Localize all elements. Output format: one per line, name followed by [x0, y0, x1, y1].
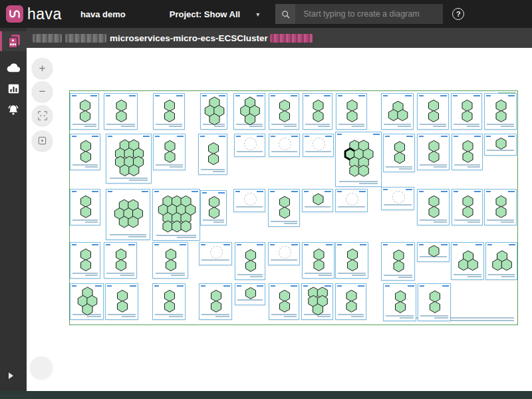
search-input[interactable]: [295, 4, 443, 24]
zoom-in-button[interactable]: +: [32, 58, 53, 78]
resource-hexagon[interactable]: [347, 100, 357, 111]
resource-hexagon[interactable]: [120, 165, 130, 176]
resource-hexagon[interactable]: [314, 259, 324, 271]
resource-hexagon[interactable]: [358, 165, 368, 176]
subnet-box[interactable]: [303, 134, 334, 157]
resource-hexagon[interactable]: [81, 151, 91, 162]
sidebar-item-diagrams[interactable]: [0, 31, 27, 51]
resource-hexagon[interactable]: [388, 110, 398, 121]
subnet-box[interactable]: [106, 134, 152, 184]
resource-hexagon[interactable]: [119, 216, 129, 227]
subnet-box[interactable]: [152, 189, 200, 241]
resource-hexagon[interactable]: [165, 100, 175, 111]
subnet-box[interactable]: [234, 134, 265, 157]
resource-hexagon[interactable]: [211, 290, 221, 301]
subnet-box[interactable]: [269, 283, 299, 320]
resource-hexagon[interactable]: [459, 259, 469, 271]
resource-hexagon[interactable]: [165, 301, 175, 312]
subnet-box[interactable]: [104, 242, 137, 279]
subnet-box[interactable]: [200, 93, 227, 130]
subnet-box[interactable]: [233, 93, 265, 130]
subnet-box[interactable]: [303, 93, 332, 130]
subnet-box[interactable]: [199, 283, 232, 320]
subnet-box[interactable]: [268, 189, 300, 227]
subnet-box[interactable]: [70, 134, 100, 170]
resource-hexagon[interactable]: [209, 196, 219, 207]
resource-hexagon[interactable]: [348, 249, 358, 260]
resource-hexagon[interactable]: [430, 291, 440, 302]
subnet-box[interactable]: [302, 242, 334, 279]
resource-hexagon[interactable]: [116, 100, 126, 111]
resource-hexagon[interactable]: [467, 259, 477, 271]
resource-hexagon[interactable]: [280, 110, 290, 122]
subnet-box[interactable]: [484, 134, 517, 156]
resource-hexagon[interactable]: [166, 259, 176, 271]
resource-hexagon[interactable]: [429, 100, 439, 111]
resource-hexagon[interactable]: [348, 259, 358, 271]
hava-logo[interactable]: hava: [6, 5, 62, 23]
subnet-box[interactable]: [301, 283, 333, 320]
subnet-box[interactable]: [485, 242, 517, 280]
resource-hexagon[interactable]: [165, 290, 175, 301]
subnet-box[interactable]: [335, 242, 368, 279]
subnet-box[interactable]: [381, 93, 414, 130]
subnet-box[interactable]: [383, 283, 416, 321]
resource-hexagon[interactable]: [496, 196, 506, 207]
subnet-box[interactable]: [70, 93, 99, 130]
resource-hexagon[interactable]: [430, 301, 440, 313]
subnet-box[interactable]: [417, 134, 450, 170]
resource-hexagon[interactable]: [496, 138, 506, 149]
resource-hexagon[interactable]: [209, 114, 219, 125]
resource-hexagon[interactable]: [350, 165, 360, 176]
resource-hexagon[interactable]: [81, 206, 91, 217]
subnet-box[interactable]: [417, 242, 450, 262]
resource-hexagon[interactable]: [280, 290, 290, 301]
help-icon[interactable]: ?: [452, 8, 464, 20]
resource-hexagon[interactable]: [429, 140, 439, 152]
resource-hexagon[interactable]: [429, 206, 439, 217]
resource-hexagon[interactable]: [313, 100, 323, 111]
resource-hexagon[interactable]: [116, 259, 126, 271]
resource-hexagon[interactable]: [163, 221, 173, 232]
resource-hexagon[interactable]: [396, 291, 406, 302]
sidebar-expand-arrow-icon[interactable]: [9, 372, 13, 379]
resource-hexagon[interactable]: [280, 207, 290, 218]
resource-hexagon[interactable]: [81, 196, 91, 207]
resource-hexagon[interactable]: [116, 110, 126, 122]
subnet-box[interactable]: [335, 132, 382, 187]
subnet-box[interactable]: [235, 283, 265, 305]
resource-hexagon[interactable]: [81, 259, 91, 271]
resource-hexagon[interactable]: [280, 100, 290, 111]
resource-hexagon[interactable]: [209, 143, 219, 154]
resource-hexagon[interactable]: [313, 194, 323, 205]
subnet-box[interactable]: [381, 187, 414, 210]
resource-hexagon[interactable]: [501, 259, 511, 271]
subnet-box[interactable]: [269, 93, 299, 130]
subnet-box[interactable]: [484, 93, 517, 130]
search-icon[interactable]: [275, 4, 295, 24]
resource-hexagon[interactable]: [463, 196, 473, 207]
sidebar-item-stats[interactable]: [0, 78, 27, 98]
resource-hexagon[interactable]: [462, 100, 472, 111]
resource-hexagon[interactable]: [429, 151, 439, 162]
subnet-box[interactable]: [418, 283, 451, 321]
resource-hexagon[interactable]: [463, 140, 473, 152]
resource-hexagon[interactable]: [118, 290, 128, 301]
subnet-box[interactable]: [302, 189, 333, 212]
resource-hexagon[interactable]: [463, 206, 473, 217]
subnet-box[interactable]: [105, 283, 138, 320]
subnet-box[interactable]: [417, 93, 449, 130]
resource-hexagon[interactable]: [496, 100, 506, 111]
resource-hexagon[interactable]: [129, 165, 139, 176]
resource-hexagon[interactable]: [165, 151, 175, 162]
resource-hexagon[interactable]: [314, 249, 324, 260]
resource-hexagon[interactable]: [209, 154, 219, 165]
resource-hexagon[interactable]: [246, 260, 256, 271]
resource-hexagon[interactable]: [463, 151, 473, 162]
resource-hexagon[interactable]: [313, 110, 323, 122]
subnet-box[interactable]: [233, 189, 265, 212]
subnet-box[interactable]: [200, 190, 227, 225]
diagram-canvas[interactable]: + −: [27, 48, 532, 391]
subnet-box[interactable]: [452, 134, 483, 170]
resource-hexagon[interactable]: [347, 110, 357, 122]
